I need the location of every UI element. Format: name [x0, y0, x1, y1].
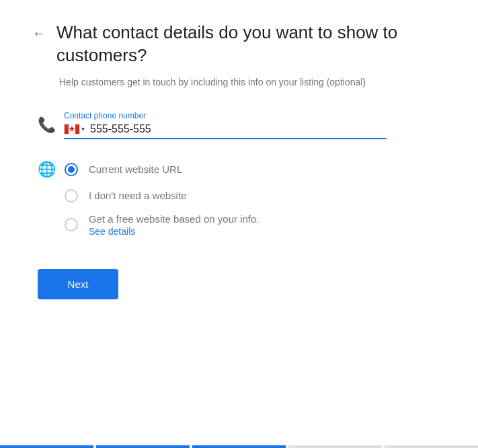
radio-inner-dot — [68, 166, 75, 173]
header-section: ← What contact details do you want to sh… — [32, 22, 446, 67]
subtitle-text: Help customers get in touch by including… — [59, 75, 446, 89]
phone-section: 📞 Contact phone number ▾ — [38, 111, 446, 139]
current-website-option[interactable]: Current website URL — [65, 163, 182, 176]
no-website-label: I don't need a website — [89, 190, 186, 201]
website-section: 🌐 Current website URL I don't need a web… — [38, 161, 446, 248]
phone-input-wrapper: Contact phone number ▾ — [64, 111, 387, 139]
progress-segment-5 — [385, 445, 478, 448]
free-website-text-block: Get a free website based on your info. S… — [89, 213, 259, 237]
country-selector[interactable]: ▾ — [64, 124, 85, 135]
no-website-option[interactable]: I don't need a website — [65, 189, 186, 202]
free-website-row: Get a free website based on your info. S… — [38, 213, 446, 237]
globe-icon: 🌐 — [38, 161, 54, 178]
progress-segment-1 — [0, 445, 93, 448]
phone-input-row: ▾ — [64, 123, 387, 139]
next-button[interactable]: Next — [38, 269, 118, 299]
current-website-radio[interactable] — [65, 163, 78, 176]
no-website-row: I don't need a website — [38, 189, 446, 202]
page-title: What contact details do you want to show… — [56, 22, 446, 67]
progress-bar — [0, 445, 478, 448]
canada-flag — [64, 124, 80, 135]
current-website-label: Current website URL — [89, 163, 182, 175]
see-details-link[interactable]: See details — [89, 226, 259, 237]
progress-segment-3 — [192, 445, 286, 448]
no-website-radio[interactable] — [65, 189, 78, 202]
free-website-option[interactable]: Get a free website based on your info. S… — [65, 213, 259, 237]
progress-segment-2 — [96, 445, 190, 448]
current-website-row: 🌐 Current website URL — [38, 161, 446, 178]
phone-icon: 📞 — [38, 116, 56, 134]
dropdown-arrow-icon: ▾ — [81, 125, 85, 133]
phone-number-input[interactable] — [90, 123, 387, 135]
back-arrow[interactable]: ← — [32, 26, 46, 41]
phone-label: Contact phone number — [64, 111, 387, 120]
free-website-label: Get a free website based on your info. — [89, 213, 259, 225]
free-website-radio[interactable] — [65, 218, 78, 231]
progress-segment-4 — [288, 445, 382, 448]
